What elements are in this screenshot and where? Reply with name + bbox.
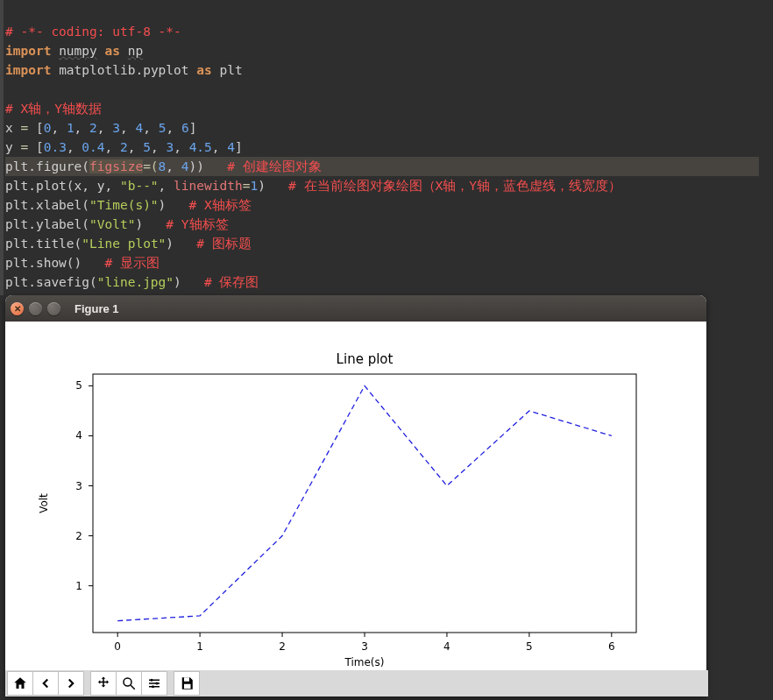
svg-point-12 (124, 678, 131, 686)
code-comment: # 在当前绘图对象绘图（X轴，Y轴，蓝色虚线，线宽度） (288, 179, 621, 193)
chart-ytick-label: 3 (75, 480, 82, 492)
svg-point-14 (151, 679, 153, 682)
svg-rect-18 (184, 684, 191, 689)
chart-yticks: 12345 (75, 379, 93, 591)
window-maximize-button[interactable] (47, 302, 60, 315)
chart-ytick-label: 2 (75, 530, 82, 542)
code-var: x (5, 121, 13, 135)
code-kwarg-selected: figsize (89, 159, 143, 173)
chart-xtick-label: 2 (279, 640, 286, 653)
code-comment: # 图标题 (196, 237, 251, 251)
code-comment: # 显示图 (105, 256, 160, 270)
chart-ytick-label: 1 (75, 580, 82, 592)
code-module: numpy (59, 44, 97, 58)
figure-window: ✕ Figure 1 Line plot Time(s) Volt 012345… (5, 295, 706, 696)
chart-xtick-label: 3 (361, 640, 368, 653)
chart-xtick-label: 6 (608, 640, 615, 653)
home-icon (12, 675, 28, 691)
chart-xtick-label: 0 (114, 640, 121, 653)
code-var: y (5, 140, 13, 154)
chart-xtick-label: 5 (526, 640, 533, 653)
arrow-right-icon (63, 675, 79, 691)
toolbar-zoom-button[interactable] (116, 671, 142, 696)
save-icon (179, 675, 195, 691)
code-alias: np (128, 44, 143, 58)
chart-xtick-label: 4 (443, 640, 450, 653)
toolbar-home-button[interactable] (7, 671, 33, 696)
toolbar-configure-button[interactable] (141, 671, 167, 696)
window-close-button[interactable]: ✕ (11, 302, 24, 315)
code-comment: # 创建绘图对象 (227, 159, 321, 173)
mpl-toolbar (5, 670, 708, 696)
code-str: "line.jpg" (97, 275, 174, 289)
window-title: Figure 1 (74, 302, 119, 315)
toolbar-forward-button[interactable] (58, 671, 84, 696)
window-titlebar[interactable]: ✕ Figure 1 (5, 295, 706, 322)
code-editor[interactable]: # -*- coding: utf-8 -*- import numpy as … (0, 0, 773, 297)
code-keyword: as (105, 44, 120, 58)
code-kwarg: linewidth (174, 179, 243, 193)
window-minimize-button[interactable] (29, 302, 42, 315)
chart-svg: Line plot Time(s) Volt 0123456 12345 (5, 322, 706, 670)
chart-axes-box (93, 374, 636, 633)
code-str: "Volt" (89, 217, 135, 231)
code-str: "b--" (120, 179, 159, 193)
code-str: "Time(s)" (89, 198, 159, 212)
plot-canvas[interactable]: Line plot Time(s) Volt 0123456 12345 (5, 322, 706, 670)
chart-ylabel: Volt (38, 493, 50, 513)
chart-data-line (117, 385, 612, 620)
move-icon (96, 675, 111, 691)
arrow-left-icon (38, 675, 53, 691)
chart-xticks: 0123456 (114, 633, 614, 653)
chart-xlabel: Time(s) (344, 656, 385, 668)
svg-point-15 (156, 682, 159, 685)
code-keyword: import (5, 44, 51, 58)
svg-point-16 (152, 685, 154, 688)
toolbar-save-button[interactable] (174, 671, 200, 696)
toolbar-pan-button[interactable] (90, 671, 117, 696)
code-str: "Line plot" (82, 237, 166, 251)
code-keyword: import (5, 63, 51, 77)
svg-line-13 (131, 685, 135, 689)
code-alias: plt (219, 63, 242, 77)
code-comment: # Y轴标签 (166, 217, 228, 231)
code-comment: # X轴标签 (189, 198, 252, 212)
chart-xtick-label: 1 (196, 640, 203, 653)
code-bracket: [ (36, 121, 44, 135)
toolbar-back-button[interactable] (32, 671, 59, 696)
code-comment: # 保存图 (204, 275, 259, 289)
code-module: matplotlib.pyplot (59, 63, 188, 77)
chart-title: Line plot (337, 351, 394, 367)
chart-ytick-label: 4 (75, 429, 82, 442)
svg-rect-17 (184, 677, 189, 682)
sliders-icon (146, 675, 162, 691)
code-comment: # X轴，Y轴数据 (5, 102, 102, 116)
chart-ytick-label: 5 (75, 379, 82, 392)
magnifier-icon (121, 675, 137, 691)
code-keyword: as (196, 63, 211, 77)
code-op: = (20, 140, 28, 154)
code-op: = (20, 121, 28, 135)
code-comment: # -*- coding: utf-8 -*- (5, 25, 181, 39)
